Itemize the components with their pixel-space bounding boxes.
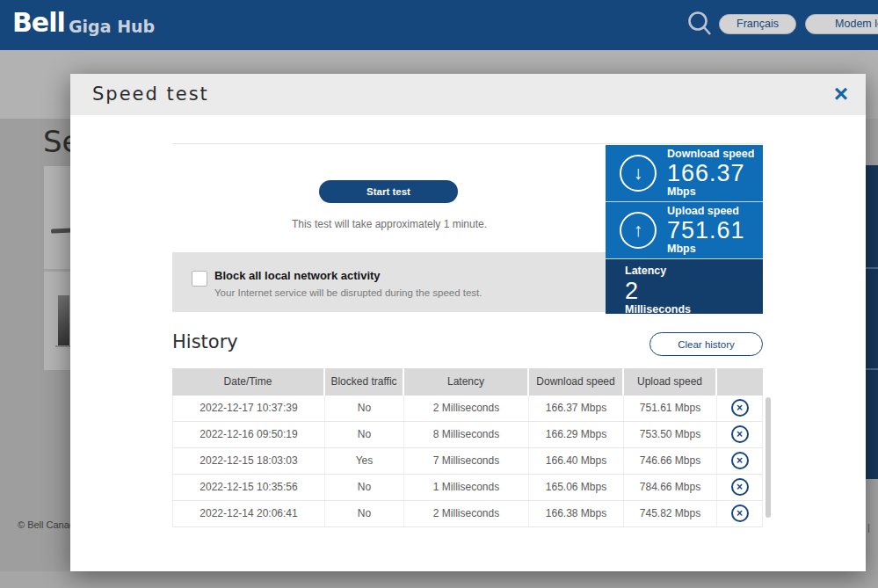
download-speed-panel: ↓ Download speed 166.37 Mbps (606, 145, 763, 202)
table-scrollbar[interactable] (766, 397, 771, 518)
clear-history-button[interactable]: Clear history (649, 332, 763, 356)
block-network-label: Block all local network activity (214, 269, 381, 282)
latency-panel: Latency 2 Milliseconds (606, 259, 763, 314)
block-network-checkbox[interactable] (192, 271, 207, 287)
upload-speed-panel: ↑ Upload speed 751.61 Mbps (606, 202, 763, 259)
cell-datetime: 2022-12-17 10:37:39 (173, 396, 325, 421)
upload-arrow-icon: ↑ (620, 212, 657, 249)
background-nav-panel (866, 370, 878, 479)
download-speed-value: 166.37 (667, 161, 754, 185)
cell-latency: 2 Milliseconds (404, 396, 529, 421)
history-table: Date/Time Blocked traffic Latency Downlo… (172, 368, 763, 527)
table-row: 2022-12-15 10:35:56 No 1 Milliseconds 16… (173, 475, 762, 501)
content-divider (172, 143, 763, 144)
latency-unit: Milliseconds (625, 304, 763, 316)
product-name: Giga Hub (69, 17, 155, 36)
download-arrow-icon: ↓ (620, 155, 657, 192)
modem-tower-image (58, 295, 69, 345)
table-row: 2022-12-14 20:06:41 No 2 Milliseconds 16… (173, 501, 762, 527)
block-network-section: Block all local network activity Your In… (172, 252, 606, 312)
cell-blocked: No (325, 501, 404, 526)
cell-upload: 753.50 Mbps (624, 422, 717, 447)
app-header: Bell Giga Hub Français Modem log (0, 0, 878, 50)
delete-entry-icon[interactable]: × (731, 452, 749, 469)
search-button[interactable] (686, 10, 713, 38)
cell-latency: 2 Milliseconds (404, 501, 529, 526)
cell-latency: 7 Milliseconds (404, 448, 529, 474)
delete-entry-icon[interactable]: × (731, 505, 749, 522)
history-heading: History (172, 331, 238, 352)
delete-entry-icon[interactable]: × (731, 399, 749, 417)
delete-entry-icon[interactable]: × (731, 478, 749, 496)
block-network-description: Your Internet service will be disrupted … (214, 287, 483, 298)
cell-datetime: 2022-12-15 18:03:03 (173, 448, 325, 474)
page: To manage your Wi-Fi and set up Access c… (0, 0, 878, 588)
cell-download: 165.06 Mbps (529, 475, 624, 500)
copyright-text: © Bell Canad (18, 519, 70, 530)
cell-blocked: No (325, 475, 404, 500)
upload-speed-unit: Mbps (667, 243, 745, 255)
start-test-button[interactable]: Start test (319, 180, 458, 203)
table-row: 2022-12-16 09:50:19 No 8 Milliseconds 16… (173, 422, 762, 448)
column-header-datetime: Date/Time (172, 368, 325, 396)
modal-header: Speed test × (70, 74, 866, 115)
delete-entry-icon[interactable]: × (731, 425, 749, 443)
column-header-actions (717, 368, 763, 396)
modal-title: Speed test (92, 74, 209, 115)
cell-upload: 745.82 Mbps (624, 501, 717, 526)
table-body: 2022-12-17 10:37:39 No 2 Milliseconds 16… (172, 396, 763, 527)
background-bottom-area (0, 571, 878, 588)
cell-download: 166.37 Mbps (529, 396, 624, 421)
close-icon[interactable]: × (831, 79, 852, 109)
cell-blocked: No (325, 396, 404, 421)
cell-datetime: 2022-12-14 20:06:41 (173, 501, 325, 526)
column-header-blocked: Blocked traffic (325, 368, 404, 396)
background-nav-panel (866, 165, 878, 267)
cell-download: 166.29 Mbps (529, 422, 624, 447)
upload-speed-label: Upload speed (667, 206, 745, 217)
language-button[interactable]: Français (719, 14, 796, 34)
table-row: 2022-12-17 10:37:39 No 2 Milliseconds 16… (173, 396, 762, 422)
background-nav-panel (866, 269, 878, 368)
upload-speed-value: 751.61 (667, 218, 745, 243)
duration-note: This test will take approximately 1 minu… (240, 218, 539, 230)
download-speed-unit: Mbps (667, 186, 754, 198)
column-header-download: Download speed (529, 368, 624, 396)
cell-download: 166.38 Mbps (529, 501, 624, 526)
cell-datetime: 2022-12-15 10:35:56 (173, 475, 325, 500)
cell-datetime: 2022-12-16 09:50:19 (173, 422, 325, 447)
column-header-latency: Latency (404, 368, 529, 396)
cell-upload: 751.61 Mbps (624, 396, 717, 421)
cell-latency: 1 Milliseconds (404, 475, 529, 500)
table-row: 2022-12-15 18:03:03 Yes 7 Milliseconds 1… (173, 448, 762, 475)
cell-blocked: No (325, 422, 404, 447)
bell-logo[interactable]: Bell (12, 7, 65, 38)
cell-blocked: Yes (325, 448, 404, 474)
table-header-row: Date/Time Blocked traffic Latency Downlo… (172, 368, 763, 396)
results-panels: ↓ Download speed 166.37 Mbps ↑ Upload sp… (606, 145, 763, 314)
modem-login-button[interactable]: Modem log (805, 14, 878, 34)
download-speed-label: Download speed (667, 149, 754, 160)
cell-download: 166.40 Mbps (529, 448, 624, 474)
cell-latency: 8 Milliseconds (404, 422, 529, 447)
latency-label: Latency (625, 265, 763, 278)
column-header-upload: Upload speed (624, 368, 717, 396)
search-icon (686, 10, 713, 38)
cell-upload: 784.66 Mbps (624, 475, 717, 500)
speed-test-modal: Speed test × Start test This test will t… (70, 74, 866, 571)
latency-value: 2 (625, 279, 763, 305)
cell-upload: 746.66 Mbps (624, 448, 717, 474)
footer-separator: | (867, 522, 870, 533)
